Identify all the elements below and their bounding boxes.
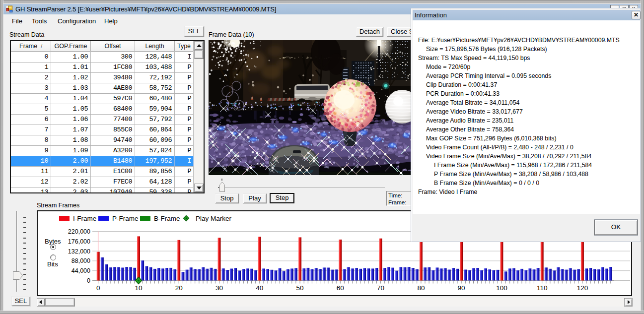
svg-text:10: 10 bbox=[135, 284, 142, 292]
svg-text:40: 40 bbox=[256, 284, 263, 292]
svg-text:B-Frame: B-Frame bbox=[154, 215, 180, 222]
svg-text:80: 80 bbox=[417, 284, 425, 292]
svg-text:132,000: 132,000 bbox=[68, 248, 90, 255]
svg-text:110: 110 bbox=[537, 284, 548, 292]
svg-text:70: 70 bbox=[377, 284, 384, 292]
svg-text:90: 90 bbox=[458, 284, 465, 292]
svg-text:176,000: 176,000 bbox=[68, 238, 90, 245]
svg-text:0: 0 bbox=[87, 277, 90, 284]
svg-text:100: 100 bbox=[496, 284, 507, 292]
svg-text:44,000: 44,000 bbox=[72, 267, 90, 274]
svg-text:I-Frame: I-Frame bbox=[73, 215, 96, 222]
svg-text:60: 60 bbox=[337, 284, 344, 292]
svg-text:Play Marker: Play Marker bbox=[196, 215, 232, 222]
svg-text:0: 0 bbox=[96, 284, 100, 292]
svg-text:120: 120 bbox=[577, 284, 588, 292]
svg-text:P-Frame: P-Frame bbox=[112, 215, 139, 222]
svg-text:88,000: 88,000 bbox=[72, 257, 90, 264]
svg-text:20: 20 bbox=[175, 284, 183, 292]
svg-text:50: 50 bbox=[296, 284, 304, 292]
svg-text:30: 30 bbox=[215, 284, 223, 292]
svg-text:220,000: 220,000 bbox=[68, 228, 90, 235]
